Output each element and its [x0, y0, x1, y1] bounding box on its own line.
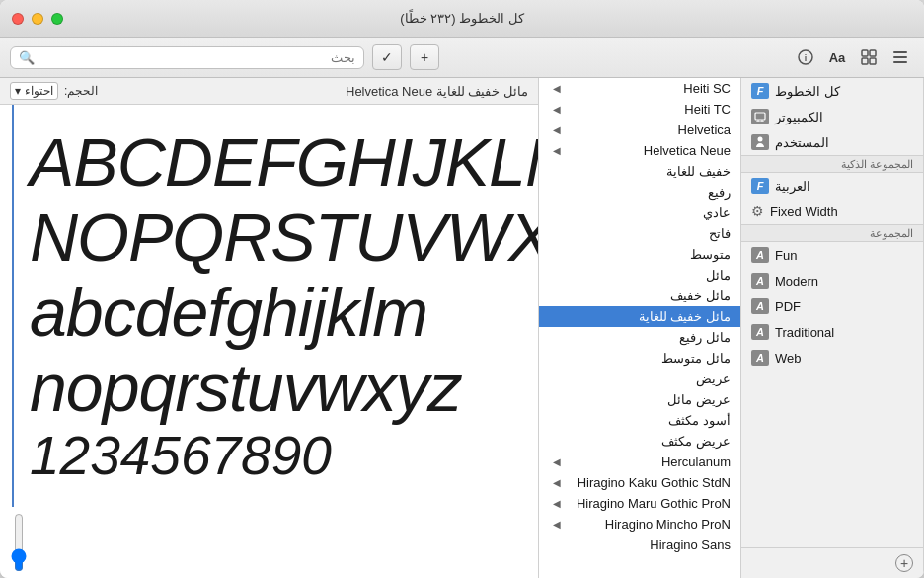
- font-list-item[interactable]: متوسط: [539, 244, 740, 265]
- font-book-window: كل الخطوط (٢٣٢ خطًا) 🔍 ✓ + i Aa: [0, 0, 924, 578]
- category-item-web[interactable]: WebA: [741, 345, 923, 371]
- gear-icon: ⚙: [751, 204, 764, 219]
- size-slider[interactable]: [12, 513, 26, 572]
- category-item-all[interactable]: كل الخطوطF: [741, 78, 923, 104]
- preview-numbers: 1234567890: [30, 429, 508, 483]
- info-button[interactable]: i: [792, 43, 819, 71]
- close-button[interactable]: [12, 13, 24, 25]
- font-list-item[interactable]: Heiti TC◀: [539, 99, 740, 120]
- svg-rect-9: [755, 113, 765, 120]
- cat-icon: A: [751, 298, 769, 314]
- font-list: Heiti SC◀Heiti TC◀Helvetica◀Helvetica Ne…: [539, 78, 740, 578]
- size-control: الحجم: احتواء ▾: [10, 82, 98, 100]
- preview-uppercase: ABCDEFGHIJKLM: [30, 128, 508, 196]
- search-box: 🔍: [10, 46, 364, 69]
- category-label: Fixed Width: [770, 205, 838, 219]
- font-list-item[interactable]: خفيف للغاية: [539, 161, 740, 182]
- category-item-fixed_width[interactable]: Fixed Width⚙: [741, 199, 923, 224]
- font-list-item[interactable]: Helvetica Neue◀: [539, 140, 740, 161]
- category-list: كل الخطوطFالكمبيوترالمستخدمالمجموعة الذك…: [741, 78, 923, 547]
- category-label: العربية: [775, 179, 810, 194]
- category-item-pdf[interactable]: PDFA: [741, 293, 923, 319]
- add-font-button[interactable]: +: [410, 44, 439, 70]
- size-dropdown[interactable]: احتواء ▾: [10, 82, 58, 100]
- font-list-item[interactable]: رفيع: [539, 182, 740, 203]
- font-list-item[interactable]: مائل: [539, 265, 740, 286]
- category-item-user[interactable]: المستخدم: [741, 129, 923, 155]
- check-button[interactable]: ✓: [372, 44, 402, 70]
- cat-icon: F: [751, 83, 769, 99]
- font-list-item[interactable]: Hiragino Mincho ProN◀: [539, 514, 740, 535]
- category-label: الكمبيوتر: [775, 110, 823, 124]
- toolbar-right: i Aa: [792, 43, 914, 71]
- font-list-item[interactable]: مائل خفيف: [539, 286, 740, 306]
- font-list-item[interactable]: عريض مائل: [539, 389, 740, 410]
- category-item-fun[interactable]: FunA: [741, 242, 923, 268]
- disclosure-arrow: ◀: [553, 498, 561, 509]
- size-label: الحجم:: [64, 84, 98, 98]
- font-list-item[interactable]: مائل رفيع: [539, 327, 740, 348]
- font-list-item[interactable]: مائل متوسط: [539, 348, 740, 369]
- preview-font-name: مائل خفيف للغاية Helvetica Neue: [346, 84, 528, 99]
- font-list-item[interactable]: Hiragino Sans: [539, 535, 740, 555]
- preview-area: ABCDEFGHIJKLM NOPQRSTUVWXYZ abcdefghijkl…: [0, 105, 538, 507]
- preview-lowercase2: nopqrstuvwxyz: [30, 354, 508, 421]
- vertical-line: [12, 105, 14, 507]
- computer-icon: [751, 109, 769, 124]
- disclosure-arrow: ◀: [553, 519, 561, 530]
- section-divider: المجموعة: [741, 224, 923, 242]
- minimize-button[interactable]: [32, 13, 43, 25]
- font-list-item[interactable]: Helvetica◀: [539, 120, 740, 140]
- font-list-item[interactable]: فاتح: [539, 223, 740, 244]
- plus-icon: +: [421, 49, 428, 65]
- disclosure-arrow: ◀: [553, 477, 561, 488]
- disclosure-arrow: ◀: [553, 145, 561, 156]
- list-view-button[interactable]: [886, 43, 914, 71]
- disclosure-arrow: ◀: [553, 83, 561, 94]
- category-label: PDF: [775, 299, 801, 314]
- category-item-computer[interactable]: الكمبيوتر: [741, 104, 923, 129]
- svg-rect-4: [862, 58, 868, 64]
- svg-rect-3: [870, 50, 876, 56]
- window-controls: [12, 13, 63, 25]
- size-value: احتواء: [25, 84, 53, 98]
- font-preview-button[interactable]: Aa: [823, 43, 851, 71]
- category-item-modern[interactable]: ModernA: [741, 268, 923, 293]
- add-collection-area: +: [741, 547, 923, 578]
- search-icon: 🔍: [19, 50, 35, 65]
- font-list-item[interactable]: عريض: [539, 369, 740, 389]
- disclosure-arrow: ◀: [553, 104, 561, 115]
- font-list-item[interactable]: Heiti SC◀: [539, 78, 740, 99]
- titlebar: كل الخطوط (٢٣٢ خطًا): [0, 0, 924, 38]
- preview-lowercase: abcdefghijklm: [30, 279, 508, 346]
- search-input[interactable]: [40, 50, 355, 65]
- toolbar: 🔍 ✓ + i Aa: [0, 38, 924, 78]
- font-list-item[interactable]: عادي: [539, 203, 740, 223]
- svg-rect-5: [870, 58, 876, 64]
- disclosure-arrow: ◀: [553, 456, 561, 467]
- font-list-item[interactable]: أسود مكثف: [539, 410, 740, 431]
- svg-rect-8: [893, 61, 907, 63]
- window-title: كل الخطوط (٢٣٢ خطًا): [400, 11, 524, 26]
- category-label: Modern: [775, 274, 818, 289]
- category-item-arabic[interactable]: العربيةF: [741, 173, 923, 199]
- category-label: Web: [775, 351, 802, 366]
- preview-header: مائل خفيف للغاية Helvetica Neue الحجم: ا…: [0, 78, 538, 105]
- preview-uppercase2: NOPQRSTUVWXYZ: [30, 204, 508, 271]
- maximize-button[interactable]: [51, 13, 63, 25]
- font-list-item[interactable]: عريض مكثف: [539, 431, 740, 452]
- grid-view-button[interactable]: [855, 43, 883, 71]
- font-list-item[interactable]: Herculanum◀: [539, 452, 740, 472]
- font-list-item[interactable]: مائل خفيف للغاية: [539, 306, 740, 327]
- add-collection-button[interactable]: +: [895, 554, 913, 572]
- chevron-down-icon: ▾: [15, 84, 21, 98]
- category-label: كل الخطوط: [775, 84, 840, 99]
- svg-text:i: i: [805, 53, 808, 63]
- category-item-traditional[interactable]: TraditionalA: [741, 319, 923, 345]
- section-label: المجموعة: [870, 227, 913, 240]
- preview-panel: مائل خفيف للغاية Helvetica Neue الحجم: ا…: [0, 78, 539, 578]
- svg-rect-6: [893, 51, 907, 53]
- font-list-item[interactable]: Hiragino Kaku Gothic StdN◀: [539, 472, 740, 493]
- cat-icon: A: [751, 247, 769, 263]
- font-list-item[interactable]: Hiragino Maru Gothic ProN◀: [539, 493, 740, 514]
